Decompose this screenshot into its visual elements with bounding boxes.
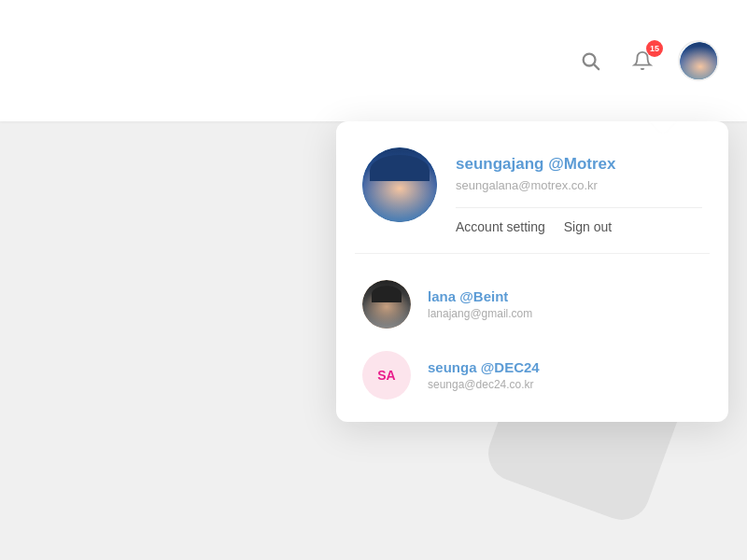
account-dropdown: seungajang @Motrex seungalana@motrex.co.… [336,121,728,422]
account-item-seunga[interactable]: SA seunga @DEC24 seunga@dec24.co.kr [336,340,728,411]
seunga-account-email: seunga@dec24.co.kr [428,378,702,391]
search-button[interactable] [573,44,607,77]
lana-account-email: lanajang@gmail.com [428,307,702,320]
header: 15 [0,0,747,121]
primary-account-name: seungajang @Motrex [456,155,702,174]
account-item-lana[interactable]: lana @Beint lanajang@gmail.com [336,269,728,340]
lana-avatar [362,280,411,329]
account-actions: Account setting Sign out [456,207,702,234]
secondary-accounts-list: lana @Beint lanajang@gmail.com SA seunga… [336,254,728,422]
search-icon [580,50,600,71]
account-setting-link[interactable]: Account setting [456,219,545,234]
primary-account-section: seungajang @Motrex seungalana@motrex.co.… [336,121,728,253]
seunga-avatar: SA [362,351,411,399]
seunga-account-name: seunga @DEC24 [428,359,702,375]
svg-line-1 [594,64,599,69]
seunga-account-info: seunga @DEC24 seunga@dec24.co.kr [428,359,702,391]
sign-out-link[interactable]: Sign out [564,219,612,234]
lana-account-name: lana @Beint [428,288,702,304]
notification-badge: 15 [646,40,663,57]
primary-account-email: seungalana@motrex.co.kr [456,178,702,192]
primary-avatar [362,147,437,222]
notifications-button[interactable]: 15 [626,44,659,77]
primary-account-info: seungajang @Motrex seungalana@motrex.co.… [456,147,702,234]
lana-account-info: lana @Beint lanajang@gmail.com [428,288,702,320]
user-avatar-button[interactable] [678,40,719,81]
